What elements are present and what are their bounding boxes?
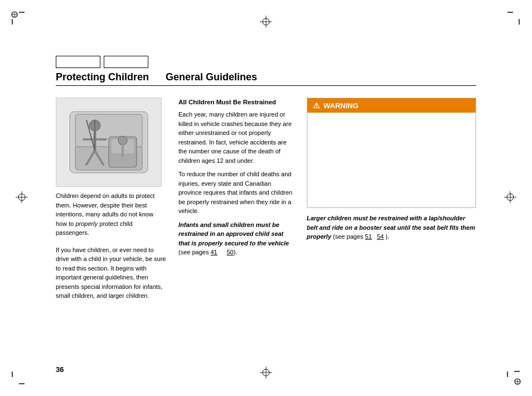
left-body-text-1: Children depend on adults to protect the… [56,191,166,238]
page-link-51[interactable]: 51 [365,233,372,240]
page-ref-close: ). [234,249,238,255]
page-number: 36 [56,365,64,374]
tab-box-1 [56,56,100,68]
caption-end: ). [384,233,389,240]
tab-boxes [56,56,476,68]
left-column: Children depend on adults to protect the… [56,98,173,351]
warning-label: WARNING [323,102,359,110]
page-ref-text: (see pages [178,249,210,255]
all-children-heading: All Children Must Be Restrained [178,98,296,107]
caption-suffix: (see pages [331,233,365,240]
paragraph-1: Each year, many children are injured or … [178,110,296,165]
paragraph-2: To reduce the number of child deaths and… [178,170,296,216]
warning-caption: Larger children must be restrained with … [307,214,476,242]
page-link-54[interactable]: 54 [377,233,384,240]
page-link-41[interactable]: 41 [210,249,217,255]
middle-column: All Children Must Be Restrained Each yea… [173,98,301,351]
paragraph-3: Infants and small children must be restr… [178,220,296,257]
warning-box: ⚠ WARNING [307,98,476,208]
title-general-guidelines: General Guidelines [166,71,257,83]
warning-triangle-icon: ⚠ [313,101,320,110]
crosshair-left [16,191,28,205]
warning-body [307,113,476,207]
crosshair-top [260,16,272,30]
car-illustration [56,98,162,187]
header: Protecting Children General Guidelines [56,56,476,86]
corner-mark-bl [10,369,27,386]
left-body-text-2: If you have children, or ever need to dr… [56,245,166,301]
main-content: Children depend on adults to protect the… [56,98,476,351]
page-link-50[interactable]: 50 [226,249,233,255]
header-rule [56,85,476,86]
right-column: ⚠ WARNING Larger children must be restra… [301,98,476,351]
corner-mark-br [505,369,522,386]
title-protecting-children: Protecting Children [56,71,149,83]
tab-box-2 [104,56,148,68]
page: Protecting Children General Guidelines [0,0,532,396]
corner-mark-tl [10,10,27,27]
crosshair-bottom [260,366,272,380]
header-titles: Protecting Children General Guidelines [56,71,476,83]
crosshair-right [504,191,516,205]
bold-italic-text: Infants and small children must be restr… [178,221,289,247]
warning-header: ⚠ WARNING [307,98,476,113]
corner-mark-tr [505,10,522,27]
svg-point-36 [118,136,127,145]
